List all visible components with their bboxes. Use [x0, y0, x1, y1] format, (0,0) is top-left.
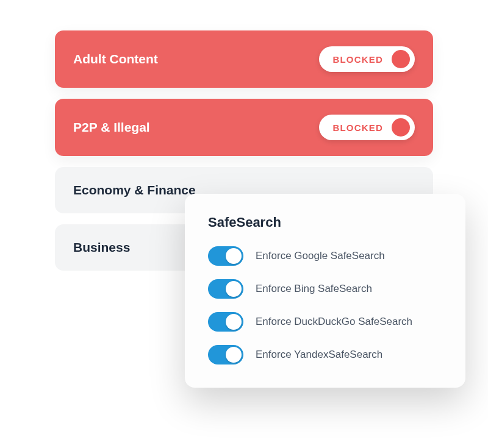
category-card-adult-content[interactable]: Adult Content BLOCKED	[55, 30, 433, 88]
toggle-knob-icon	[226, 281, 242, 297]
safesearch-item-bing: Enforce Bing SafeSearch	[208, 279, 442, 299]
category-label: Adult Content	[73, 52, 158, 66]
toggle-knob-icon	[392, 118, 410, 137]
safesearch-item-google: Enforce Google SafeSearch	[208, 246, 442, 266]
safesearch-label: Enforce Bing SafeSearch	[256, 283, 372, 295]
blocked-toggle[interactable]: BLOCKED	[319, 115, 415, 140]
blocked-toggle-label: BLOCKED	[332, 123, 383, 133]
safesearch-label: Enforce DuckDuckGo SafeSearch	[256, 316, 412, 328]
safesearch-toggle-yandex[interactable]	[208, 345, 243, 364]
safesearch-item-yandex: Enforce YandexSafeSearch	[208, 345, 442, 364]
toggle-knob-icon	[392, 50, 410, 68]
safesearch-label: Enforce Google SafeSearch	[256, 250, 385, 262]
safesearch-panel: SafeSearch Enforce Google SafeSearch Enf…	[185, 194, 465, 388]
safesearch-item-duckduckgo: Enforce DuckDuckGo SafeSearch	[208, 312, 442, 332]
toggle-knob-icon	[226, 248, 242, 264]
safesearch-title: SafeSearch	[208, 215, 442, 230]
category-label: P2P & Illegal	[73, 120, 150, 135]
blocked-toggle[interactable]: BLOCKED	[319, 46, 415, 72]
category-label: Business	[73, 240, 130, 255]
safesearch-label: Enforce YandexSafeSearch	[256, 349, 382, 361]
category-label: Economy & Finance	[73, 183, 196, 197]
safesearch-toggle-duckduckgo[interactable]	[208, 312, 243, 332]
safesearch-toggle-bing[interactable]	[208, 279, 243, 299]
category-card-p2p-illegal[interactable]: P2P & Illegal BLOCKED	[55, 99, 433, 156]
blocked-toggle-label: BLOCKED	[332, 54, 383, 65]
safesearch-toggle-google[interactable]	[208, 246, 243, 266]
toggle-knob-icon	[226, 347, 242, 363]
toggle-knob-icon	[226, 314, 242, 330]
